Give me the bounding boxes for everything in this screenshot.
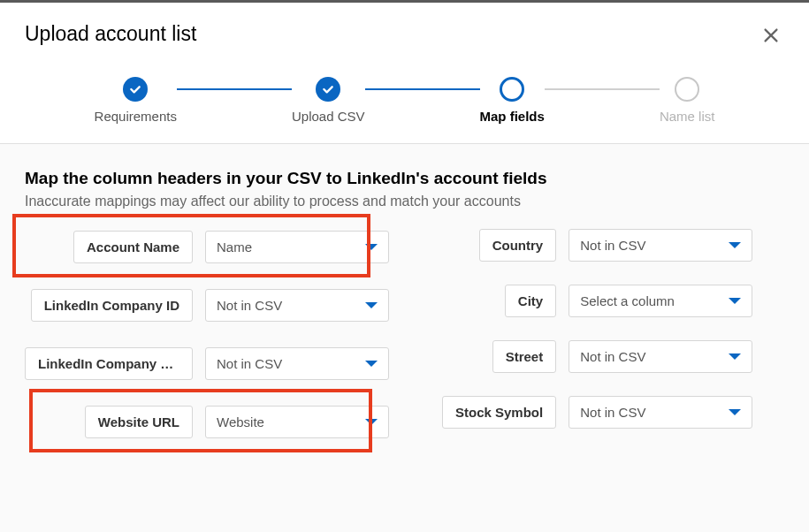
select-city[interactable]: Select a column: [569, 285, 752, 317]
step-map-fields: Map fields: [480, 77, 545, 124]
field-label-city: City: [505, 285, 556, 317]
mapping-row-country: Country Not in CSV: [442, 229, 752, 262]
chevron-down-icon: [365, 302, 378, 308]
select-company-id[interactable]: Not in CSV: [205, 289, 389, 322]
select-value: Not in CSV: [580, 405, 645, 420]
mapping-row-company-url: LinkedIn Company U... Not in CSV: [25, 346, 389, 381]
chevron-down-icon: [365, 244, 378, 250]
section-heading: Map the column headers in your CSV to Li…: [25, 169, 784, 188]
close-button[interactable]: [758, 22, 784, 52]
select-company-url[interactable]: Not in CSV: [205, 347, 389, 380]
chevron-down-icon: [729, 298, 741, 304]
select-street[interactable]: Not in CSV: [569, 340, 752, 373]
chevron-down-icon: [729, 409, 741, 415]
field-label-account-name: Account Name: [73, 231, 193, 263]
select-value: Select a column: [580, 293, 675, 308]
chevron-down-icon: [365, 361, 378, 367]
section-subheading: Inaccurate mappings may affect our abili…: [25, 194, 784, 209]
select-value: Name: [217, 239, 252, 255]
field-label-stock-symbol: Stock Symbol: [442, 396, 556, 429]
step-circle-done: [123, 77, 148, 102]
mapping-row-account-name: Account Name Name: [25, 229, 389, 264]
step-label: Map fields: [480, 109, 545, 124]
step-label: Requirements: [95, 109, 177, 124]
step-connector: [545, 88, 660, 90]
checkmark-icon: [321, 82, 335, 96]
chevron-down-icon: [729, 353, 741, 360]
mapping-row-company-id: LinkedIn Company ID Not in CSV: [25, 287, 389, 323]
modal-title: Upload account list: [25, 22, 196, 46]
step-circle-current: [500, 77, 524, 102]
select-value: Not in CSV: [217, 298, 282, 313]
step-label: Upload CSV: [292, 109, 365, 124]
step-circle-done: [316, 77, 340, 102]
mapping-row-website-url: Website URL Website: [25, 404, 389, 439]
step-name-list: Name list: [660, 77, 715, 124]
mapping-row-stock-symbol: Stock Symbol Not in CSV: [442, 396, 752, 429]
select-website-url[interactable]: Website: [205, 406, 389, 438]
field-label-website-url: Website URL: [85, 406, 193, 438]
field-label-company-id: LinkedIn Company ID: [31, 289, 193, 322]
chevron-down-icon: [729, 242, 741, 248]
step-requirements: Requirements: [95, 77, 177, 124]
step-upload-csv: Upload CSV: [292, 77, 365, 124]
select-account-name[interactable]: Name: [205, 231, 389, 263]
select-value: Not in CSV: [580, 349, 645, 364]
select-value: Not in CSV: [217, 356, 282, 371]
select-value: Not in CSV: [580, 238, 645, 253]
field-label-company-url: LinkedIn Company U...: [25, 347, 193, 380]
field-label-country: Country: [479, 229, 557, 262]
checkmark-icon: [128, 82, 142, 96]
step-connector: [177, 88, 292, 90]
mapping-row-street: Street Not in CSV: [442, 340, 752, 373]
step-label: Name list: [660, 109, 715, 124]
stepper: Requirements Upload CSV Map fields Name …: [0, 77, 809, 144]
step-circle-pending: [675, 77, 699, 102]
select-value: Website: [217, 414, 264, 429]
field-label-street: Street: [492, 340, 557, 373]
chevron-down-icon: [365, 419, 378, 425]
mapping-row-city: City Select a column: [442, 285, 752, 317]
select-country[interactable]: Not in CSV: [569, 229, 752, 262]
step-connector: [365, 88, 480, 90]
select-stock-symbol[interactable]: Not in CSV: [569, 396, 752, 429]
close-icon: [761, 26, 781, 45]
